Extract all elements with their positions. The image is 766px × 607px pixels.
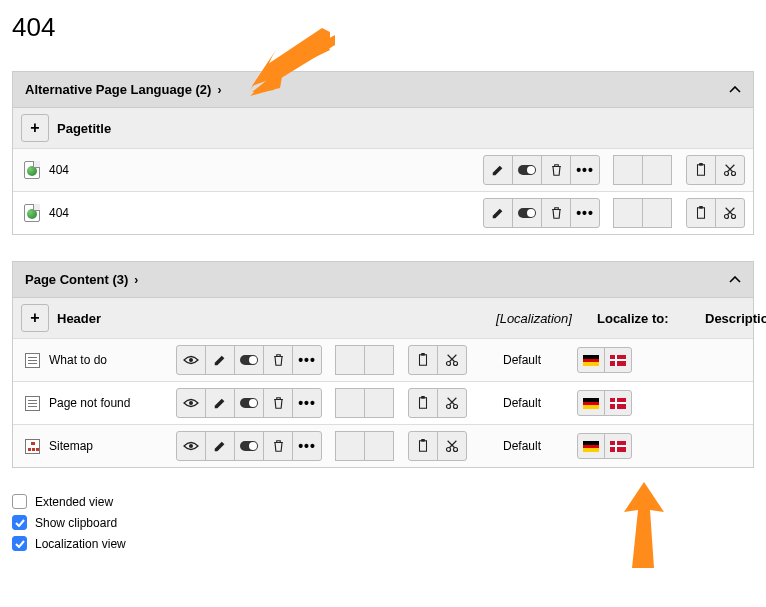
localize-de-button[interactable] bbox=[577, 390, 605, 416]
page-language-icon bbox=[21, 204, 43, 222]
table-row: Page not found ••• Default bbox=[13, 381, 753, 424]
svg-rect-9 bbox=[420, 355, 427, 366]
delete-button[interactable] bbox=[263, 431, 293, 461]
show-clipboard-label: Show clipboard bbox=[35, 516, 117, 530]
svg-point-21 bbox=[446, 447, 450, 451]
column-header-row: + Header [Localization] Localize to: Des… bbox=[13, 297, 753, 338]
collapse-icon[interactable] bbox=[729, 86, 741, 94]
row-title[interactable]: Sitemap bbox=[49, 439, 93, 453]
svg-rect-10 bbox=[421, 353, 425, 356]
page-title: 404 bbox=[12, 12, 754, 43]
flag-dk-icon bbox=[610, 398, 626, 409]
more-button[interactable]: ••• bbox=[570, 155, 600, 185]
table-row: Sitemap ••• Default bbox=[13, 424, 753, 467]
ghost-slot bbox=[364, 431, 394, 461]
toggle-button[interactable] bbox=[512, 155, 542, 185]
flag-dk-icon bbox=[610, 355, 626, 366]
edit-button[interactable] bbox=[205, 431, 235, 461]
panel-title: Page Content (3) bbox=[25, 272, 128, 287]
localization-view-checkbox[interactable] bbox=[12, 536, 27, 551]
svg-point-16 bbox=[446, 404, 450, 408]
add-button[interactable]: + bbox=[21, 304, 49, 332]
show-clipboard-checkbox[interactable] bbox=[12, 515, 27, 530]
chevron-right-icon: › bbox=[134, 273, 138, 287]
toggle-button[interactable] bbox=[234, 388, 264, 418]
ghost-slot bbox=[335, 431, 365, 461]
more-button[interactable]: ••• bbox=[292, 431, 322, 461]
localize-de-button[interactable] bbox=[577, 433, 605, 459]
page-language-icon bbox=[21, 161, 43, 179]
view-button[interactable] bbox=[176, 431, 206, 461]
panel-header-alt-lang[interactable]: Alternative Page Language (2) › bbox=[13, 72, 753, 107]
row-actions-ghost bbox=[614, 155, 672, 185]
sitemap-icon bbox=[21, 439, 43, 454]
ghost-slot bbox=[613, 155, 643, 185]
add-button[interactable]: + bbox=[21, 114, 49, 142]
delete-button[interactable] bbox=[541, 155, 571, 185]
svg-rect-20 bbox=[421, 439, 425, 442]
toggle-button[interactable] bbox=[234, 345, 264, 375]
edit-button[interactable] bbox=[205, 345, 235, 375]
svg-rect-15 bbox=[421, 396, 425, 399]
collapse-icon[interactable] bbox=[729, 276, 741, 284]
svg-rect-5 bbox=[699, 206, 703, 209]
delete-button[interactable] bbox=[541, 198, 571, 228]
row-title[interactable]: 404 bbox=[43, 163, 483, 177]
content-icon bbox=[21, 353, 43, 368]
view-button[interactable] bbox=[176, 345, 206, 375]
row-actions-clipboard bbox=[686, 155, 745, 185]
more-button[interactable]: ••• bbox=[570, 198, 600, 228]
edit-button[interactable] bbox=[205, 388, 235, 418]
more-button[interactable]: ••• bbox=[292, 388, 322, 418]
table-row: What to do ••• Default bbox=[13, 338, 753, 381]
localize-de-button[interactable] bbox=[577, 347, 605, 373]
svg-rect-19 bbox=[420, 441, 427, 452]
svg-point-8 bbox=[189, 358, 193, 362]
paste-button[interactable] bbox=[686, 198, 716, 228]
row-title[interactable]: 404 bbox=[43, 206, 483, 220]
edit-button[interactable] bbox=[483, 155, 513, 185]
view-options: Extended view Show clipboard Localizatio… bbox=[12, 494, 754, 551]
svg-point-17 bbox=[453, 404, 457, 408]
localization-value: Default bbox=[467, 439, 577, 453]
view-button[interactable] bbox=[176, 388, 206, 418]
more-button[interactable]: ••• bbox=[292, 345, 322, 375]
ghost-slot bbox=[613, 198, 643, 228]
row-title[interactable]: Page not found bbox=[49, 396, 130, 410]
ghost-slot bbox=[364, 345, 394, 375]
localize-dk-button[interactable] bbox=[604, 390, 632, 416]
column-header-row: + Pagetitle bbox=[13, 107, 753, 148]
column-header-pagetitle: Pagetitle bbox=[57, 121, 111, 136]
paste-button[interactable] bbox=[408, 345, 438, 375]
chevron-right-icon: › bbox=[217, 83, 221, 97]
paste-button[interactable] bbox=[686, 155, 716, 185]
flag-de-icon bbox=[583, 441, 599, 452]
toggle-button[interactable] bbox=[512, 198, 542, 228]
cut-button[interactable] bbox=[437, 388, 467, 418]
extended-view-checkbox[interactable] bbox=[12, 494, 27, 509]
paste-button[interactable] bbox=[408, 388, 438, 418]
cut-button[interactable] bbox=[437, 431, 467, 461]
svg-point-22 bbox=[453, 447, 457, 451]
cut-button[interactable] bbox=[715, 198, 745, 228]
column-header-header: Header bbox=[57, 311, 101, 326]
localize-dk-button[interactable] bbox=[604, 433, 632, 459]
localization-value: Default bbox=[467, 396, 577, 410]
localize-dk-button[interactable] bbox=[604, 347, 632, 373]
ghost-slot bbox=[642, 155, 672, 185]
svg-rect-0 bbox=[698, 165, 705, 176]
cut-button[interactable] bbox=[437, 345, 467, 375]
panel-header-page-content[interactable]: Page Content (3) › bbox=[13, 262, 753, 297]
delete-button[interactable] bbox=[263, 388, 293, 418]
extended-view-label: Extended view bbox=[35, 495, 113, 509]
svg-point-3 bbox=[731, 171, 735, 175]
table-row: 404 ••• bbox=[13, 191, 753, 234]
cut-button[interactable] bbox=[715, 155, 745, 185]
delete-button[interactable] bbox=[263, 345, 293, 375]
ghost-slot bbox=[335, 345, 365, 375]
flag-de-icon bbox=[583, 355, 599, 366]
row-title[interactable]: What to do bbox=[49, 353, 107, 367]
paste-button[interactable] bbox=[408, 431, 438, 461]
toggle-button[interactable] bbox=[234, 431, 264, 461]
edit-button[interactable] bbox=[483, 198, 513, 228]
